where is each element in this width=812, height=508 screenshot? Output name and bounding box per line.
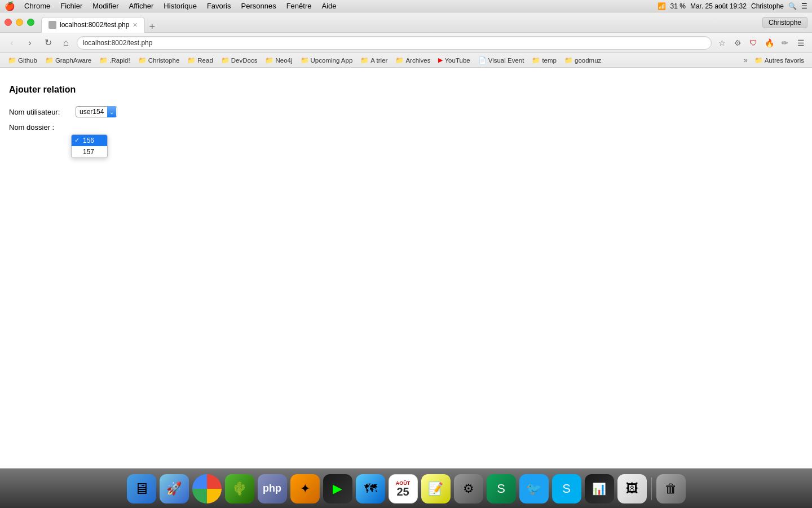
- user-name: Christophe: [751, 2, 784, 10]
- tab-favicon: [48, 21, 56, 29]
- wifi-icon: 📶: [657, 2, 666, 10]
- refresh-button[interactable]: ↻: [41, 36, 55, 50]
- menu-fichier[interactable]: Fichier: [56, 2, 87, 10]
- nom-utilisateur-row: Nom utilisateur: user154 ⌄: [9, 106, 803, 117]
- bookmark-star-icon[interactable]: ☆: [715, 36, 729, 50]
- dock-item-activity[interactable]: 📊: [585, 474, 614, 475]
- dock-item-trash[interactable]: 🗑: [656, 474, 686, 475]
- dock-item-prefs[interactable]: ⚙: [454, 474, 483, 475]
- menu-list-icon[interactable]: ☰: [801, 2, 807, 10]
- folder-icon: 📁: [395, 56, 404, 64]
- menu-afficher[interactable]: Afficher: [125, 2, 158, 10]
- menu-fenetre[interactable]: Fenêtre: [282, 2, 316, 10]
- menu-chrome[interactable]: Chrome: [20, 2, 55, 10]
- bookmark-youtube[interactable]: ▶ YouTube: [435, 55, 473, 65]
- bookmark-label: Read: [197, 57, 213, 64]
- bookmark-neo4j[interactable]: 📁 Neo4j: [262, 55, 295, 65]
- menu-favoris[interactable]: Favoris: [202, 2, 236, 10]
- bookmark-github[interactable]: 📁 Github: [5, 55, 41, 65]
- bookmark-label: goodmuz: [575, 57, 601, 64]
- nom-utilisateur-label: Nom utilisateur:: [9, 108, 71, 116]
- dropdown-option-label: 156: [83, 137, 94, 144]
- tab-bar: localhost:8002/test.php × +: [41, 12, 762, 33]
- nom-utilisateur-select[interactable]: user154: [76, 106, 117, 117]
- dock-item-launchpad[interactable]: 🚀: [160, 474, 189, 475]
- dock-item-calendar[interactable]: AOÛT 25: [389, 474, 418, 475]
- nav-bar: ‹ › ↻ ⌂ localhost:8002/test.php ☆ ⚙ 🛡 🔥 …: [0, 33, 812, 53]
- tab-label: localhost:8002/test.php: [60, 21, 129, 29]
- bookmark-label: Archives: [405, 57, 430, 64]
- dossier-dropdown-menu[interactable]: 156 157: [71, 134, 108, 158]
- bookmark-label: temp: [542, 57, 557, 64]
- bookmark-rapid[interactable]: 📁 .Rapid!: [96, 55, 133, 65]
- traffic-lights: [5, 19, 34, 26]
- dock-item-finder[interactable]: 🖥: [127, 474, 156, 475]
- menu-aide[interactable]: Aide: [317, 2, 341, 10]
- bookmark-autres-favoris[interactable]: 📁 Autres favoris: [751, 55, 807, 65]
- nom-dossier-row: Nom dossier : 156 157: [9, 123, 803, 132]
- menubar-right: 📶 31 % Mar. 25 août 19:32 Christophe 🔍 ☰: [657, 2, 807, 10]
- bookmark-label: DevDocs: [231, 57, 258, 64]
- dock-item-notes[interactable]: 📝: [421, 474, 451, 475]
- dock-item-php[interactable]: php: [258, 474, 287, 475]
- menu-historique[interactable]: Historique: [159, 2, 201, 10]
- dock-item-sheets[interactable]: S: [487, 474, 516, 475]
- back-button[interactable]: ‹: [5, 36, 19, 50]
- bookmarks-more-button[interactable]: »: [742, 55, 750, 65]
- bookmark-goodmuz[interactable]: 📁 goodmuz: [561, 55, 604, 65]
- page-content: Ajouter relation Nom utilisateur: user15…: [0, 68, 812, 474]
- bookmark-atrier[interactable]: 📁 A trier: [357, 55, 391, 65]
- menu-personnes[interactable]: Personnes: [237, 2, 281, 10]
- search-icon[interactable]: 🔍: [788, 2, 797, 10]
- bookmark-visual-event[interactable]: 📄 Visual Event: [475, 55, 528, 65]
- dock-item-chrome[interactable]: [192, 474, 222, 475]
- dock-item-skype[interactable]: S: [552, 474, 581, 475]
- profile-button[interactable]: Christophe: [762, 17, 807, 28]
- dock-item-twitter[interactable]: 🐦: [519, 474, 549, 475]
- youtube-icon: ▶: [438, 56, 443, 64]
- extension-icon[interactable]: ☰: [794, 36, 807, 50]
- active-tab[interactable]: localhost:8002/test.php ×: [41, 17, 145, 33]
- bookmark-label: .Rapid!: [109, 57, 130, 64]
- adblock-icon[interactable]: 🛡: [747, 36, 760, 50]
- dock-item-cactus[interactable]: 🌵: [225, 474, 254, 475]
- settings-icon[interactable]: ⚙: [731, 36, 744, 50]
- close-button[interactable]: [5, 19, 12, 26]
- bookmark-upcoming[interactable]: 📁 Upcoming App: [297, 55, 356, 65]
- bookmark-read[interactable]: 📁 Read: [184, 55, 217, 65]
- dock-item-maps[interactable]: 🗺: [356, 474, 385, 475]
- dropdown-option-157[interactable]: 157: [72, 146, 107, 157]
- home-icon: ⌂: [63, 38, 69, 48]
- bookmark-label: Autres favoris: [765, 57, 804, 64]
- dropdown-option-156[interactable]: 156: [72, 135, 107, 146]
- chrome-titlebar: localhost:8002/test.php × + Christophe: [0, 12, 812, 33]
- new-tab-button[interactable]: +: [147, 21, 158, 33]
- bookmark-label: Upcoming App: [311, 57, 353, 64]
- bookmark-temp[interactable]: 📁 temp: [528, 55, 560, 65]
- folder-icon: 📁: [138, 56, 147, 64]
- pen-icon[interactable]: ✏: [778, 36, 792, 50]
- bookmark-label: Neo4j: [275, 57, 292, 64]
- back-icon: ‹: [10, 38, 13, 48]
- dock-item-photos[interactable]: 🖼: [617, 474, 647, 475]
- datetime: Mar. 25 août 19:32: [690, 2, 747, 10]
- bookmark-christophe[interactable]: 📁 Christophe: [135, 55, 183, 65]
- dock-item-iterm[interactable]: ▶: [323, 474, 352, 475]
- bookmark-label: Visual Event: [488, 57, 524, 64]
- maximize-button[interactable]: [27, 19, 34, 26]
- folder-icon: 📁: [221, 56, 230, 64]
- bookmark-archives[interactable]: 📁 Archives: [392, 55, 434, 65]
- apple-menu[interactable]: 🍎: [5, 1, 15, 11]
- tab-close-button[interactable]: ×: [133, 20, 137, 29]
- address-bar[interactable]: localhost:8002/test.php: [77, 36, 712, 50]
- bookmark-graphaware[interactable]: 📁 GraphAware: [42, 55, 95, 65]
- folder-icon: 📁: [754, 56, 763, 64]
- home-button[interactable]: ⌂: [59, 36, 73, 50]
- bookmark-devdocs[interactable]: 📁 DevDocs: [218, 55, 261, 65]
- minimize-button[interactable]: [16, 19, 23, 26]
- flame-icon[interactable]: 🔥: [762, 36, 776, 50]
- forward-button[interactable]: ›: [23, 36, 37, 50]
- menu-modifier[interactable]: Modifier: [88, 2, 123, 10]
- bookmark-label: GraphAware: [55, 57, 91, 64]
- dock-item-sublime[interactable]: ✦: [290, 474, 320, 475]
